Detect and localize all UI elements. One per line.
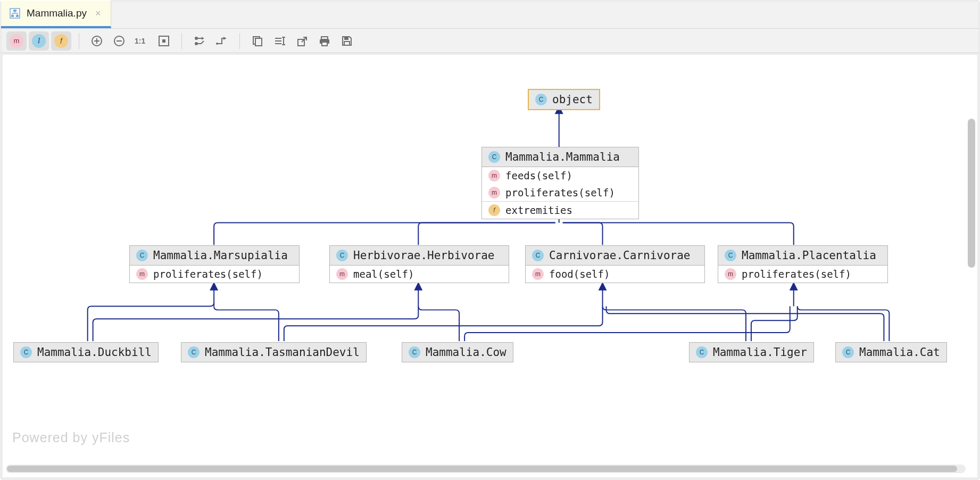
class-node-cat[interactable]: C Mammalia.Cat	[835, 342, 947, 362]
close-icon[interactable]: ×	[95, 8, 101, 19]
export-button[interactable]	[292, 31, 312, 51]
method-name: feeds(self)	[505, 170, 572, 181]
svg-rect-2	[11, 15, 14, 17]
field-row[interactable]: f extremities	[482, 202, 638, 219]
field-badge-icon: f	[488, 204, 500, 216]
class-node-placentalia[interactable]: C Mammalia.Placentalia m proliferates(se…	[718, 245, 888, 283]
filter-initializers-button[interactable]: I	[29, 31, 49, 51]
class-node-herbivorae[interactable]: C Herbivorae.Herbivorae m meal(self)	[329, 245, 509, 283]
method-name: meal(self)	[353, 268, 414, 280]
print-button[interactable]	[314, 31, 335, 51]
class-badge-icon: C	[842, 346, 854, 358]
class-node-object[interactable]: C object	[528, 89, 600, 110]
class-node-duckbill[interactable]: C Mammalia.Duckbill	[13, 342, 159, 362]
method-name: proliferates(self)	[742, 268, 851, 280]
diagram-canvas[interactable]: C object C Mammalia.Mammalia m feeds(sel…	[2, 54, 978, 478]
diagram-window: Mammalia.py × m I f 1:1	[1, 1, 979, 479]
class-node-marsupialia[interactable]: C Mammalia.Marsupialia m proliferates(se…	[129, 245, 300, 283]
method-row[interactable]: m proliferates(self)	[718, 266, 887, 283]
field-name: extremities	[505, 204, 572, 216]
method-badge-icon: m	[488, 170, 500, 181]
save-button[interactable]	[337, 31, 357, 51]
method-badge-icon: m	[488, 187, 500, 198]
filter-methods-button[interactable]: m	[6, 31, 27, 51]
method-name: food(self)	[549, 268, 610, 280]
class-badge-icon: C	[188, 346, 200, 358]
vertical-scrollbar[interactable]	[967, 119, 975, 435]
class-name: Mammalia.Marsupialia	[153, 249, 288, 262]
class-badge-icon: C	[535, 94, 547, 105]
class-name: Mammalia.Tiger	[713, 346, 807, 359]
filter-fields-button[interactable]: f	[51, 31, 71, 51]
method-row[interactable]: m proliferates(self)	[130, 266, 299, 283]
class-name: Mammalia.TasmanianDevil	[205, 346, 360, 359]
rename-button[interactable]	[270, 31, 290, 51]
class-badge-icon: C	[409, 346, 420, 358]
class-name: Mammalia.Mammalia	[505, 151, 620, 163]
class-name: Mammalia.Cow	[426, 346, 506, 359]
class-badge-icon: C	[725, 250, 736, 261]
class-name: object	[552, 93, 593, 106]
horizontal-scrollbar[interactable]	[6, 465, 966, 473]
svg-point-9	[195, 37, 198, 40]
method-name: proliferates(self)	[153, 268, 263, 280]
copy-button[interactable]	[247, 31, 268, 51]
class-node-carnivorae[interactable]: C Carnivorae.Carnivorae m food(self)	[525, 245, 705, 283]
scrollbar-thumb[interactable]	[7, 466, 957, 472]
class-name: Mammalia.Cat	[859, 346, 940, 359]
class-node-tiger[interactable]: C Mammalia.Tiger	[689, 342, 814, 362]
method-badge-icon: m	[10, 34, 23, 48]
tab-label: Mammalia.py	[27, 7, 87, 19]
initializer-badge-icon: I	[32, 34, 46, 48]
svg-marker-25	[790, 282, 798, 291]
separator	[79, 33, 79, 49]
method-badge-icon: m	[136, 268, 148, 280]
method-row[interactable]: m meal(self)	[330, 266, 509, 283]
svg-rect-17	[322, 42, 327, 46]
method-badge-icon: m	[532, 268, 544, 280]
svg-rect-1	[13, 10, 16, 12]
class-name: Mammalia.Duckbill	[37, 346, 152, 359]
svg-rect-15	[321, 37, 328, 39]
route-edges-button[interactable]	[212, 31, 232, 51]
diagram-file-icon	[9, 7, 21, 20]
method-badge-icon: m	[725, 268, 736, 280]
method-name: proliferates(self)	[505, 187, 615, 198]
separator	[181, 33, 182, 49]
class-badge-icon: C	[696, 346, 708, 358]
svg-rect-19	[344, 42, 350, 45]
zoom-in-button[interactable]	[87, 31, 107, 51]
svg-rect-18	[344, 37, 348, 40]
method-row[interactable]: m proliferates(self)	[482, 184, 638, 201]
method-row[interactable]: m feeds(self)	[482, 167, 638, 184]
svg-rect-3	[16, 15, 19, 17]
scrollbar-thumb[interactable]	[968, 119, 975, 268]
tab-mammalia[interactable]: Mammalia.py ×	[1, 1, 111, 28]
apply-layout-button[interactable]	[189, 31, 210, 51]
class-badge-icon: C	[20, 346, 32, 358]
class-badge-icon: C	[488, 151, 500, 163]
watermark: Powered by yFiles	[12, 430, 130, 445]
zoom-out-button[interactable]	[109, 31, 129, 51]
svg-point-10	[195, 42, 198, 45]
class-node-cow[interactable]: C Mammalia.Cow	[402, 342, 513, 362]
svg-point-11	[216, 43, 218, 45]
svg-marker-23	[414, 282, 422, 291]
class-name: Herbivorae.Herbivorae	[353, 249, 495, 262]
toolbar: m I f 1:1	[1, 29, 979, 53]
method-badge-icon: m	[336, 268, 348, 280]
zoom-actual-button[interactable]: 1:1	[131, 31, 152, 51]
class-node-mammalia[interactable]: C Mammalia.Mammalia m feeds(self) m prol…	[481, 147, 639, 219]
class-node-tasmaniandevil[interactable]: C Mammalia.TasmanianDevil	[181, 342, 367, 362]
svg-marker-24	[599, 282, 607, 291]
fit-content-button[interactable]	[154, 31, 174, 51]
method-row[interactable]: m food(self)	[526, 266, 704, 283]
class-badge-icon: C	[532, 250, 544, 261]
class-name: Mammalia.Placentalia	[742, 249, 876, 262]
svg-text:1:1: 1:1	[135, 37, 145, 45]
class-badge-icon: C	[336, 250, 348, 261]
separator	[239, 33, 240, 49]
class-name: Carnivorae.Carnivorae	[549, 249, 691, 262]
field-badge-icon: f	[54, 34, 68, 48]
tab-strip: Mammalia.py ×	[1, 1, 979, 29]
